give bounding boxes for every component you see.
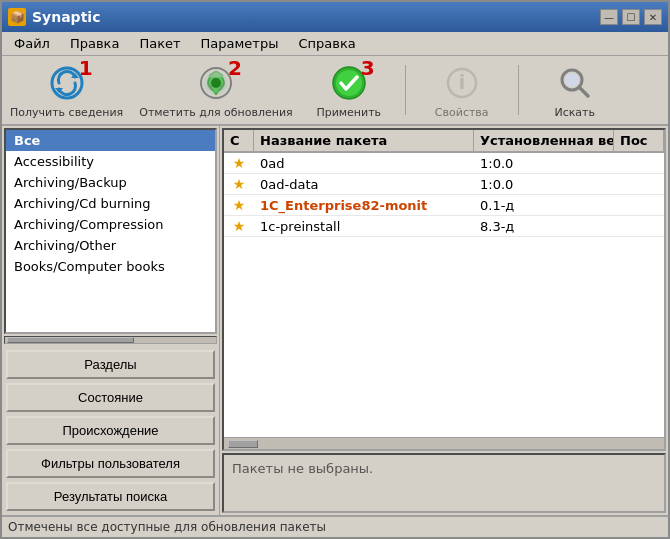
svg-line-12: [579, 87, 588, 96]
row-post-3: [614, 224, 664, 228]
props-icon-wrap: i: [438, 62, 486, 104]
col-header-post[interactable]: Пос: [614, 130, 664, 151]
row-post-0: [614, 161, 664, 165]
row-version-3: 8.3-д: [474, 217, 614, 236]
sidebar-item-archiving-other[interactable]: Archiving/Other: [6, 235, 215, 256]
star-icon-2: ★: [233, 197, 246, 213]
table-row[interactable]: ★ 0ad-data 1:0.0: [224, 174, 664, 195]
detail-panel: Пакеты не выбраны.: [222, 453, 666, 513]
row-version-1: 1:0.0: [474, 175, 614, 194]
toolbar-refresh-button[interactable]: 1 Получить сведения: [10, 62, 123, 119]
table-header: С Название пакета Установленная вер Пос: [224, 130, 664, 153]
title-bar-left: 📦 Synaptic: [8, 8, 100, 26]
status-bar: Отмечены все доступные для обновления па…: [2, 515, 668, 537]
sidebar-item-archiving-cd[interactable]: Archiving/Cd burning: [6, 193, 215, 214]
package-table: С Название пакета Установленная вер Пос …: [222, 128, 666, 451]
sidebar-category-list[interactable]: Все Accessibility Archiving/Backup Archi…: [4, 128, 217, 334]
search-icon-wrap: [551, 62, 599, 104]
row-status-3: ★: [224, 216, 254, 236]
star-icon-1: ★: [233, 176, 246, 192]
app-icon: 📦: [8, 8, 26, 26]
apply-badge: 3: [361, 58, 375, 78]
properties-icon: i: [444, 65, 480, 101]
sidebar-item-accessibility[interactable]: Accessibility: [6, 151, 215, 172]
table-hscroll-thumb: [228, 440, 258, 448]
svg-text:i: i: [458, 70, 465, 94]
toolbar: 1 Получить сведения 2 Отметить для обнов…: [2, 56, 668, 126]
search-results-button[interactable]: Результаты поиска: [6, 482, 215, 511]
toolbar-separator-1: [405, 65, 406, 115]
row-version-0: 1:0.0: [474, 154, 614, 173]
table-body: ★ 0ad 1:0.0 ★ 0ad-data 1:0.0 ★: [224, 153, 664, 437]
row-name-2: 1C_Enterprise82-monit: [254, 196, 474, 215]
search-icon: [557, 65, 593, 101]
sidebar-filter-buttons: Разделы Состояние Происхождение Фильтры …: [2, 346, 219, 515]
menu-file[interactable]: Файл: [6, 34, 58, 53]
menu-help[interactable]: Справка: [290, 34, 363, 53]
menu-package[interactable]: Пакет: [131, 34, 188, 53]
close-button[interactable]: ✕: [644, 9, 662, 25]
window-controls: — ☐ ✕: [600, 9, 662, 25]
svg-point-13: [565, 73, 579, 87]
col-header-status[interactable]: С: [224, 130, 254, 151]
row-name-1: 0ad-data: [254, 175, 474, 194]
row-status-2: ★: [224, 195, 254, 215]
sidebar: Все Accessibility Archiving/Backup Archi…: [2, 126, 220, 515]
menubar: Файл Правка Пакет Параметры Справка: [2, 32, 668, 56]
sidebar-item-archiving-compression[interactable]: Archiving/Compression: [6, 214, 215, 235]
row-status-1: ★: [224, 174, 254, 194]
row-post-2: [614, 203, 664, 207]
row-status-0: ★: [224, 153, 254, 173]
sidebar-item-all[interactable]: Все: [6, 130, 215, 151]
search-label: Искать: [554, 106, 595, 119]
table-row[interactable]: ★ 0ad 1:0.0: [224, 153, 664, 174]
minimize-button[interactable]: —: [600, 9, 618, 25]
status-button[interactable]: Состояние: [6, 383, 215, 412]
table-row[interactable]: ★ 1c-preinstall 8.3-д: [224, 216, 664, 237]
toolbar-apply-button[interactable]: 3 Применить: [309, 62, 389, 119]
toolbar-mark-button[interactable]: 2 Отметить для обновления: [139, 62, 293, 119]
origin-button[interactable]: Происхождение: [6, 416, 215, 445]
apply-icon-wrap: 3: [325, 62, 373, 104]
menu-settings[interactable]: Параметры: [193, 34, 287, 53]
col-header-name[interactable]: Название пакета: [254, 130, 474, 151]
star-icon-0: ★: [233, 155, 246, 171]
row-post-1: [614, 182, 664, 186]
table-row[interactable]: ★ 1C_Enterprise82-monit 0.1-д: [224, 195, 664, 216]
maximize-button[interactable]: ☐: [622, 9, 640, 25]
user-filters-button[interactable]: Фильтры пользователя: [6, 449, 215, 478]
star-icon-3: ★: [233, 218, 246, 234]
svg-point-6: [211, 78, 221, 88]
sidebar-hscroll-thumb: [7, 337, 134, 343]
sections-button[interactable]: Разделы: [6, 350, 215, 379]
toolbar-separator-2: [518, 65, 519, 115]
sidebar-hscrollbar[interactable]: [4, 336, 217, 344]
sidebar-item-archiving-backup[interactable]: Archiving/Backup: [6, 172, 215, 193]
refresh-icon-wrap: 1: [43, 62, 91, 104]
main-panel: С Название пакета Установленная вер Пос …: [220, 126, 668, 515]
toolbar-search-button[interactable]: Искать: [535, 62, 615, 119]
props-label: Свойства: [435, 106, 489, 119]
menu-edit[interactable]: Правка: [62, 34, 127, 53]
table-hscrollbar[interactable]: [224, 437, 664, 449]
mark-badge: 2: [228, 58, 242, 78]
apply-label: Применить: [316, 106, 381, 119]
refresh-badge: 1: [79, 58, 93, 78]
col-header-version[interactable]: Установленная вер: [474, 130, 614, 151]
row-name-0: 0ad: [254, 154, 474, 173]
toolbar-props-button[interactable]: i Свойства: [422, 62, 502, 119]
content-area: Все Accessibility Archiving/Backup Archi…: [2, 126, 668, 515]
main-window: 📦 Synaptic — ☐ ✕ Файл Правка Пакет Парам…: [0, 0, 670, 539]
window-title: Synaptic: [32, 9, 100, 25]
row-name-3: 1c-preinstall: [254, 217, 474, 236]
title-bar: 📦 Synaptic — ☐ ✕: [2, 2, 668, 32]
status-text: Отмечены все доступные для обновления па…: [8, 520, 326, 534]
row-version-2: 0.1-д: [474, 196, 614, 215]
mark-icon-wrap: 2: [192, 62, 240, 104]
mark-label: Отметить для обновления: [139, 106, 293, 119]
detail-text: Пакеты не выбраны.: [232, 461, 373, 476]
sidebar-item-books-computer[interactable]: Books/Computer books: [6, 256, 215, 277]
refresh-label: Получить сведения: [10, 106, 123, 119]
